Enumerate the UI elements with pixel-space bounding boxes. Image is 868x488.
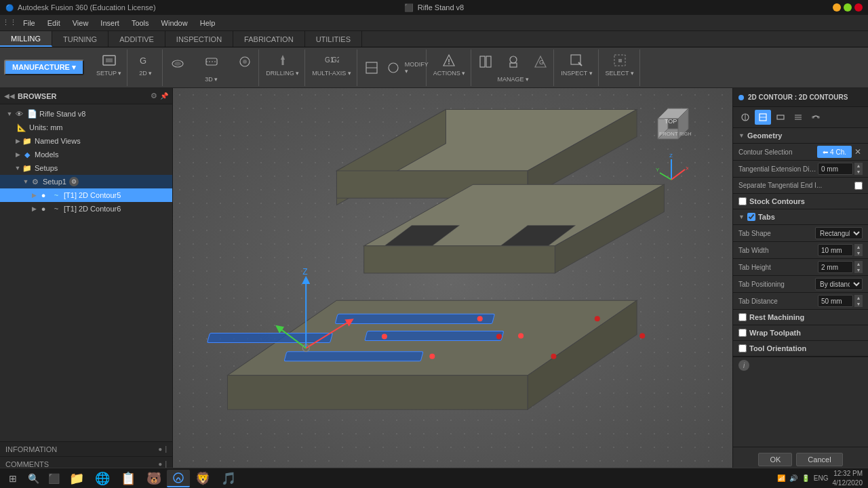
separate-tangential-checkbox[interactable] xyxy=(854,182,863,190)
modify-btn2[interactable] xyxy=(383,59,403,77)
tree-arrow-root[interactable]: ▼ xyxy=(5,110,14,117)
taskbar-app3[interactable]: 🦁 xyxy=(190,470,216,487)
ok-button[interactable]: OK xyxy=(758,453,792,466)
tab-shape-select[interactable]: Rectangular Trapezoidal Dog-bone xyxy=(815,227,863,239)
modify-btn1[interactable] xyxy=(361,59,382,77)
tab-distance-input[interactable] xyxy=(818,295,853,307)
tool-orientation-checkbox[interactable] xyxy=(738,344,747,352)
tree-item-models[interactable]: ▶ ◆ Models xyxy=(0,148,172,161)
tree-item-contour6[interactable]: ▶ ● ~ [T1] 2D Contour6 xyxy=(0,202,172,216)
tab-turning[interactable]: TURNING xyxy=(52,31,108,47)
close-button[interactable] xyxy=(854,3,863,12)
tab-utilities[interactable]: UTILITIES xyxy=(305,31,362,47)
tree-arrow-contour5[interactable]: ▶ xyxy=(30,192,38,199)
actions-btn[interactable]: ACTIONS ▾ xyxy=(431,51,469,78)
taskbar-app1[interactable]: 📋 xyxy=(115,470,141,487)
multiaxis-btn[interactable]: G1G2 MULTI-AXIS ▾ xyxy=(309,51,353,78)
tab-distance-up[interactable]: ▲ xyxy=(854,295,863,301)
contour-clear-button[interactable]: ✕ xyxy=(853,147,863,157)
panel-tab-heights[interactable] xyxy=(772,110,789,125)
tab-inspection[interactable]: INSPECTION xyxy=(165,31,233,47)
menu-view[interactable]: View xyxy=(67,18,94,28)
menu-edit[interactable]: Edit xyxy=(42,18,66,28)
rest-machining-section-header[interactable]: Rest Machining xyxy=(733,310,868,325)
manage-btn1[interactable] xyxy=(475,53,496,70)
tool-orientation-section-header[interactable]: Tool Orientation xyxy=(733,341,868,357)
setup-btn[interactable]: SETUP ▾ xyxy=(94,51,124,78)
tab-additive[interactable]: ADDITIVE xyxy=(108,31,165,47)
taskview-button[interactable]: ⬛ xyxy=(43,470,64,487)
browser-expand-icon[interactable]: ◀◀ xyxy=(4,92,15,100)
start-button[interactable]: ⊞ xyxy=(3,470,23,487)
contour-btn[interactable] xyxy=(201,52,222,71)
manage-btn3[interactable]: G xyxy=(530,53,551,70)
menu-file[interactable]: File xyxy=(18,18,41,28)
maximize-button[interactable] xyxy=(844,3,852,12)
bore-btn[interactable] xyxy=(234,52,256,71)
modify-label[interactable]: MODIFY ▾ xyxy=(405,61,429,75)
tree-arrow-models[interactable]: ▶ xyxy=(14,151,22,158)
tab-height-down[interactable]: ▼ xyxy=(854,267,863,273)
browser-pin-icon[interactable]: 📌 xyxy=(160,92,168,100)
taskbar-datetime[interactable]: 12:32 PM 4/12/2020 xyxy=(833,469,863,488)
taskbar-app4[interactable]: 🎵 xyxy=(216,470,241,487)
menu-tools[interactable]: Tools xyxy=(126,18,155,28)
tree-item-root[interactable]: ▼ 👁 📄 Rifle Stand v8 xyxy=(0,107,172,121)
tab-positioning-select[interactable]: By distance By number By angle xyxy=(815,278,863,290)
menu-help[interactable]: Help xyxy=(195,18,221,28)
tab-width-down[interactable]: ▼ xyxy=(854,250,863,256)
taskbar-browser[interactable]: 🌐 xyxy=(90,470,115,487)
drilling-btn[interactable]: DRILLING ▾ xyxy=(263,51,302,78)
taskbar-lang[interactable]: ENG xyxy=(814,474,829,482)
wrap-toolpath-checkbox[interactable] xyxy=(738,329,747,337)
tree-item-contour5[interactable]: ▶ ● ~ [T1] 2D Contour5 xyxy=(0,188,172,202)
manage-btn2[interactable] xyxy=(503,53,524,70)
tab-width-up[interactable]: ▲ xyxy=(854,244,863,250)
tab-distance-down[interactable]: ▼ xyxy=(854,301,863,307)
cancel-button[interactable]: Cancel xyxy=(796,453,842,466)
tree-item-named-views[interactable]: ▶ 📁 Named Views xyxy=(0,134,172,148)
nav-cube[interactable]: TOP FRONT RIGHT xyxy=(644,102,692,149)
tree-item-setups[interactable]: ▼ 📁 Setups xyxy=(0,161,172,175)
panel-tab-passes[interactable] xyxy=(790,110,806,125)
taskbar-fusion[interactable] xyxy=(167,470,190,487)
menu-insert[interactable]: Insert xyxy=(95,18,125,28)
3d-label[interactable]: 3D ▾ xyxy=(167,76,256,83)
menu-window[interactable]: Window xyxy=(156,18,193,28)
taskbar-app2[interactable]: 🐻 xyxy=(141,470,167,487)
panel-tab-geometry[interactable] xyxy=(755,110,771,125)
contour-selection-button[interactable]: ⬅4 Ch. xyxy=(817,146,852,158)
wrap-toolpath-section-header[interactable]: Wrap Toolpath xyxy=(733,325,868,341)
rest-machining-checkbox[interactable] xyxy=(738,313,747,321)
minimize-button[interactable] xyxy=(833,3,841,12)
taskbar-explorer[interactable]: 📁 xyxy=(64,470,90,487)
tab-height-up[interactable]: ▲ xyxy=(854,261,863,267)
tab-milling[interactable]: MILLING xyxy=(0,31,52,47)
manage-label[interactable]: MANAGE ▾ xyxy=(475,76,551,83)
information-row[interactable]: INFORMATION ● | xyxy=(0,442,172,457)
search-button[interactable]: 🔍 xyxy=(23,470,43,487)
inspect-btn[interactable]: INSPECT ▾ xyxy=(558,51,595,78)
tree-item-setup1[interactable]: ▼ ⚙ Setup1 ⚙ xyxy=(0,175,172,188)
stock-contours-section-header[interactable]: Stock Contours xyxy=(733,194,868,209)
viewport[interactable]: Z xyxy=(173,88,732,472)
manufacture-button[interactable]: MANUFACTURE ▾ xyxy=(4,60,84,75)
tab-fabrication[interactable]: FABRICATION xyxy=(233,31,305,47)
tab-width-input[interactable] xyxy=(818,244,853,256)
tangential-ext-down[interactable]: ▼ xyxy=(854,169,863,175)
browser-settings-icon[interactable]: ⚙ xyxy=(151,92,157,100)
apps-icon[interactable]: ⋮⋮ xyxy=(3,16,16,30)
tabs-checkbox[interactable] xyxy=(747,213,755,221)
tab-height-input[interactable] xyxy=(818,261,853,273)
tree-arrow-setups[interactable]: ▼ xyxy=(14,165,22,171)
tree-arrow-named-views[interactable]: ▶ xyxy=(14,138,22,144)
panel-tab-linking[interactable] xyxy=(808,110,824,125)
select-btn[interactable]: SELECT ▾ xyxy=(603,51,637,78)
pocket-btn[interactable] xyxy=(167,52,189,71)
tree-arrow-contour6[interactable]: ▶ xyxy=(30,205,38,212)
tree-item-units[interactable]: 📐 Units: mm xyxy=(0,121,172,134)
panel-tab-tool[interactable] xyxy=(737,110,753,125)
tangential-ext-input[interactable] xyxy=(818,163,853,175)
tabs-section-header[interactable]: ▼ Tabs xyxy=(733,209,868,225)
tree-arrow-setup1[interactable]: ▼ xyxy=(22,178,30,185)
